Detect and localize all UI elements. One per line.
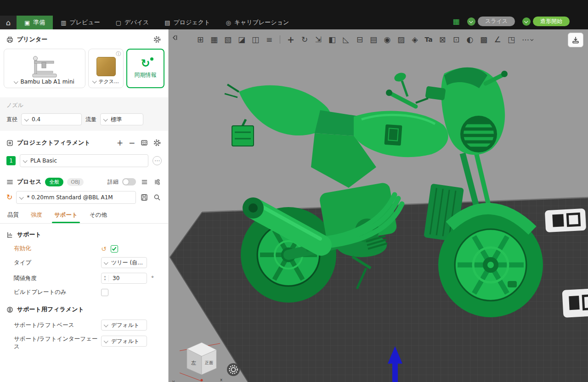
viewport-toolbar: ⊞ ▦ ▧ ◪ ◫ ≡ + ↻ ⇲ ◧ ◺ ⊟ ▤ ◉ ▨ ◈ Ta ⊠ ⊡ ◐… [193, 33, 533, 46]
tab-preview[interactable]: ▥ プレビュー [53, 16, 108, 29]
support-type-select[interactable]: ツリー (自動) [101, 257, 147, 268]
tab-support[interactable]: サポート [54, 211, 78, 223]
filament-select[interactable]: PLA Basic [20, 154, 148, 167]
chevron-down-icon [104, 260, 108, 264]
reset-value-icon[interactable]: ↺ [101, 246, 107, 252]
auto-arrange-icon[interactable]: ▧ [221, 33, 235, 46]
gear-icon [153, 36, 161, 43]
support-type-row: タイプ ツリー (自動) [0, 255, 168, 270]
nav-cube-front-label[interactable]: 正面 [204, 360, 213, 365]
start-print-button[interactable]: 造形開始 [533, 17, 570, 26]
object-list-icon[interactable]: ≡ [262, 33, 276, 46]
printer-select-card[interactable]: Bambu Lab A1 mini [4, 49, 85, 88]
nav-cube-left-label[interactable]: 左 [191, 360, 196, 366]
search-param-button[interactable] [153, 193, 162, 202]
svg-tool-icon[interactable]: ⊠ [435, 33, 449, 46]
tab-others[interactable]: その他 [90, 211, 107, 223]
measure-icon[interactable]: ∠ [491, 33, 504, 46]
tab-strength[interactable]: 強度 [31, 211, 42, 223]
advanced-toggle[interactable] [122, 178, 136, 185]
scope-objects-badge[interactable]: OBJ [67, 178, 83, 186]
nozzle-section-title: ノズル [6, 101, 162, 109]
arrange-icon[interactable]: ▦ [207, 33, 221, 46]
printer-settings-button[interactable] [153, 35, 162, 44]
support-interface-select[interactable]: デフォルト [101, 336, 147, 347]
preset-reset-icon[interactable]: ↻ [6, 194, 12, 201]
degree-unit: ° [151, 275, 154, 281]
send-to-plate-button[interactable] [568, 33, 583, 47]
scale-icon[interactable]: ⇲ [311, 33, 325, 46]
scope-global-badge[interactable]: 全般 [45, 178, 63, 186]
support-base-select[interactable]: デフォルト [101, 320, 147, 331]
chevron-down-icon [530, 38, 533, 41]
more-tools-button[interactable]: ⋯ [522, 35, 533, 44]
plate-type-card[interactable]: ⓘ テクス... [88, 49, 124, 88]
remove-filament-button[interactable]: − [128, 138, 136, 147]
view-settings-button[interactable] [227, 363, 240, 376]
tab-quality[interactable]: 品質 [7, 211, 19, 223]
boolean-icon[interactable]: ◐ [463, 33, 477, 46]
sync-info-card[interactable]: ↻ 同期情報 [126, 49, 164, 88]
text-tool-icon[interactable]: Ta [422, 33, 435, 46]
wipe-tower-icon[interactable]: ◪ [235, 33, 249, 46]
param-compare-button[interactable] [153, 177, 162, 186]
chevron-down-icon [92, 79, 96, 84]
slice-button[interactable]: スライス [478, 17, 515, 26]
viewport-3d[interactable]: 左 正面 y x [169, 29, 588, 382]
ams-sync-button[interactable] [140, 138, 149, 147]
info-icon[interactable]: ⓘ [116, 51, 121, 57]
cut-icon[interactable]: ⊟ [353, 33, 367, 46]
threshold-angle-value: 30 [109, 275, 119, 281]
assembly-icon[interactable]: ◳ [504, 33, 518, 46]
nozzle-section: ノズル 直径 0.4 流量 標準 [0, 97, 168, 131]
nozzle-diameter-select[interactable]: 0.4 [21, 113, 82, 125]
rotate-icon[interactable]: ↻ [298, 33, 311, 46]
mirror-icon[interactable]: ◧ [325, 33, 339, 46]
nav-cube[interactable]: 左 正面 y x [172, 343, 223, 382]
filament-slot-badge: 1 [6, 156, 16, 165]
tab-project[interactable]: ▤ プロジェクト [157, 16, 218, 29]
plate-indicator-icon: ▦ [453, 18, 460, 25]
filament-row: 1 PLA Basic ⋯ [0, 151, 168, 171]
modifier-icon[interactable]: ⊡ [449, 33, 463, 46]
process-preset-select[interactable]: * 0.20mm Standard @BBL A1M [16, 191, 136, 204]
add-filament-button[interactable]: + [116, 138, 124, 147]
filament-section-header: プロジェクトフィラメント + − [0, 131, 168, 151]
plate-only-checkbox[interactable] [101, 289, 108, 296]
print-dropdown-button[interactable] [522, 17, 531, 26]
support-enable-checkbox[interactable] [111, 245, 118, 253]
preview-icon: ▥ [61, 19, 66, 26]
slice-dropdown-button[interactable] [467, 17, 475, 26]
left-panel: プリンター Bambu Lab A1 mini ⓘ [0, 29, 169, 382]
threshold-angle-row: 閾値角度 ▴ ▾ 30 ° [0, 270, 168, 286]
ams-icon [141, 139, 148, 146]
param-list-button[interactable] [140, 177, 149, 186]
filament-settings-button[interactable] [153, 138, 162, 147]
axis-x-label: x [220, 377, 223, 382]
spin-down-button[interactable]: ▾ [104, 278, 106, 281]
simplify-icon[interactable]: ▩ [477, 33, 491, 46]
support-paint-icon[interactable]: ▨ [394, 33, 408, 46]
save-preset-button[interactable] [140, 193, 149, 202]
tab-calibration[interactable]: ◎ キャリブレーション [218, 16, 297, 29]
home-button[interactable]: ⌂ [0, 16, 17, 29]
seam-paint-icon[interactable]: ◈ [408, 33, 422, 46]
flow-label: 流量 [85, 116, 96, 124]
filament-icon [6, 140, 13, 146]
variable-layer-icon[interactable]: ▤ [367, 33, 380, 46]
threshold-angle-input[interactable]: ▴ ▾ 30 [101, 273, 147, 284]
tab-device[interactable]: ▢ デバイス [108, 16, 157, 29]
chevron-down-icon [103, 117, 108, 121]
toolbar-divider [280, 35, 280, 44]
color-paint-icon[interactable]: ◉ [380, 33, 394, 46]
split-window-icon[interactable]: ◫ [249, 33, 262, 46]
add-plate-icon[interactable]: ⊞ [193, 33, 207, 46]
chevron-down-icon [104, 322, 108, 327]
tab-prepare[interactable]: ▣ 準備 [17, 16, 53, 29]
filament-menu-button[interactable]: ⋯ [153, 156, 162, 165]
lay-flat-icon[interactable]: ◺ [339, 33, 353, 46]
nozzle-flow-select[interactable]: 標準 [100, 113, 143, 125]
chevron-down-icon [469, 19, 473, 23]
move-icon[interactable]: + [284, 33, 298, 46]
collapse-sidebar-button[interactable] [171, 34, 178, 43]
